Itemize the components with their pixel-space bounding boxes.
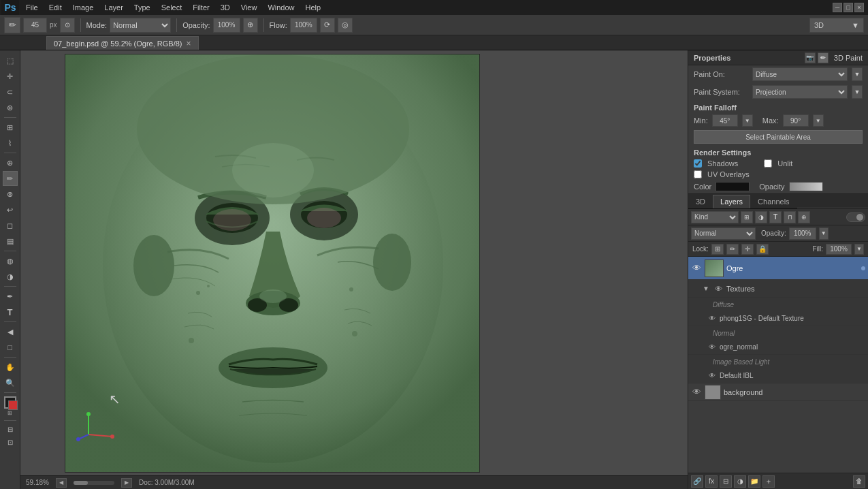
- add-link-btn[interactable]: 🔗: [691, 475, 703, 488]
- filter-smart-icon[interactable]: ⊕: [798, 211, 810, 223]
- add-fx-btn[interactable]: fx: [705, 475, 718, 488]
- mode-select[interactable]: Normal: [110, 18, 171, 33]
- layer-item-textures[interactable]: ▼ 👁 Textures: [688, 280, 868, 298]
- layers-filter-select[interactable]: Kind: [691, 211, 739, 223]
- menu-3d[interactable]: 3D: [215, 2, 236, 13]
- layers-mode-select[interactable]: Normal: [691, 227, 756, 240]
- select-paintable-btn[interactable]: Select Paintable Area: [694, 130, 863, 144]
- tab-channels[interactable]: Channels: [750, 195, 797, 208]
- quick-mask-btn[interactable]: ⊟: [3, 423, 18, 435]
- filter-shape-icon[interactable]: ⊓: [784, 211, 796, 223]
- paint-system-dropdown-icon[interactable]: ▼: [852, 85, 863, 99]
- eraser-tool-icon[interactable]: ◻: [3, 218, 18, 233]
- filter-toggle[interactable]: [846, 212, 865, 222]
- min-dropdown[interactable]: ▼: [742, 114, 753, 127]
- paint-on-select[interactable]: Diffuse: [752, 67, 848, 81]
- menu-file[interactable]: File: [20, 2, 44, 13]
- color-swatch[interactable]: [716, 182, 750, 191]
- layer-item-default-ibl[interactable]: 👁 Default IBL: [688, 368, 868, 383]
- minimize-button[interactable]: ─: [833, 3, 842, 12]
- layer-item-phong[interactable]: 👁 phong1SG - Default Texture: [688, 311, 868, 326]
- fill-dropdown[interactable]: ▼: [854, 244, 864, 255]
- delete-layer-btn[interactable]: 🗑: [853, 475, 865, 488]
- gradient-tool-icon[interactable]: ▤: [3, 234, 18, 249]
- zoom-bar-btn[interactable]: ◀: [56, 478, 67, 488]
- marquee-tool-icon[interactable]: ⬚: [3, 53, 18, 68]
- brush-size-input[interactable]: 45: [23, 18, 47, 33]
- brush-tool-active-icon[interactable]: ✏: [3, 171, 18, 186]
- pen-tool-icon[interactable]: ✒: [3, 289, 18, 304]
- opacity-layers-input[interactable]: 100%: [789, 227, 816, 240]
- properties-icon-camera[interactable]: 📷: [805, 52, 816, 63]
- unlit-checkbox[interactable]: [764, 159, 772, 168]
- zoom-tool-icon[interactable]: 🔍: [3, 375, 18, 390]
- brush-options-icon[interactable]: ⊙: [60, 18, 75, 33]
- foreground-color-swatch[interactable]: [4, 396, 16, 409]
- lock-all-btn[interactable]: 🔒: [756, 244, 769, 255]
- crop-tool-icon[interactable]: ⊞: [3, 120, 18, 135]
- layer-item-background[interactable]: 👁 background: [688, 383, 868, 401]
- menu-layer[interactable]: Layer: [99, 2, 129, 13]
- filter-text-icon[interactable]: T: [769, 211, 782, 223]
- filter-adj-icon[interactable]: ◑: [755, 211, 767, 223]
- paint-system-select[interactable]: Projection: [752, 85, 848, 99]
- tab-layers[interactable]: Layers: [713, 195, 750, 208]
- add-group-btn[interactable]: 📁: [748, 475, 760, 488]
- menu-image[interactable]: Image: [67, 2, 99, 13]
- text-tool-icon[interactable]: T: [3, 304, 18, 319]
- lock-transparent-btn[interactable]: ⊞: [711, 244, 724, 255]
- airbrush-btn[interactable]: ◎: [338, 18, 353, 33]
- default-colors-btn[interactable]: ⊞: [6, 410, 14, 418]
- spot-heal-tool-icon[interactable]: ⊕: [3, 155, 18, 170]
- filter-pixel-icon[interactable]: ⊞: [741, 211, 753, 223]
- opacity-swatch[interactable]: [789, 182, 823, 191]
- layer-item-ogre-normal[interactable]: 👁 ogre_normal: [688, 340, 868, 355]
- eyedropper-tool-icon[interactable]: ⌇: [3, 136, 18, 151]
- shadows-checkbox[interactable]: [694, 159, 702, 168]
- menu-window[interactable]: Window: [262, 2, 300, 13]
- layer-item-ogre[interactable]: 👁 Ogre: [688, 257, 868, 280]
- close-button[interactable]: ×: [854, 3, 864, 12]
- tab-3d[interactable]: 3D: [688, 195, 713, 208]
- 3d-view-select[interactable]: 3D ▼: [809, 18, 864, 33]
- ibl-vis-icon[interactable]: 👁: [707, 371, 717, 381]
- flow-options-btn[interactable]: ⟳: [320, 18, 335, 33]
- clone-stamp-tool-icon[interactable]: ⊗: [3, 187, 18, 202]
- opacity-dropdown-icon[interactable]: ▼: [819, 227, 829, 240]
- min-input[interactable]: 45°: [712, 114, 738, 127]
- menu-view[interactable]: View: [236, 2, 263, 13]
- add-adjustment-btn[interactable]: ◑: [734, 475, 746, 488]
- add-layer-btn[interactable]: +: [762, 475, 775, 488]
- menu-select[interactable]: Select: [156, 2, 188, 13]
- opacity-input[interactable]: 100%: [213, 18, 240, 33]
- history-brush-tool-icon[interactable]: ↩: [3, 202, 18, 217]
- uv-overlays-checkbox[interactable]: [694, 170, 702, 178]
- lock-image-btn[interactable]: ✏: [726, 244, 739, 255]
- menu-help[interactable]: Help: [300, 2, 327, 13]
- paint-on-dropdown-icon[interactable]: ▼: [852, 67, 863, 81]
- ogre-normal-vis-icon[interactable]: 👁: [707, 343, 717, 352]
- menu-type[interactable]: Type: [129, 2, 156, 13]
- hand-tool-icon[interactable]: ✋: [3, 360, 18, 375]
- add-mask-btn[interactable]: ⊟: [720, 475, 732, 488]
- max-input[interactable]: 90°: [783, 114, 809, 127]
- textures-vis-icon[interactable]: 👁: [713, 283, 724, 294]
- lasso-tool-icon[interactable]: ⊂: [3, 84, 18, 99]
- quick-select-tool-icon[interactable]: ⊛: [3, 100, 18, 115]
- zoom-bar-right-btn[interactable]: ▶: [121, 478, 132, 488]
- fill-input[interactable]: 100%: [826, 244, 852, 255]
- menu-edit[interactable]: Edit: [44, 2, 67, 13]
- menu-filter[interactable]: Filter: [187, 2, 214, 13]
- flow-input[interactable]: 100%: [290, 18, 317, 33]
- textures-expand-icon[interactable]: ▼: [702, 285, 710, 293]
- document-tab[interactable]: 07_begin.psd @ 59.2% (Ogre, RGB/8) ×: [46, 36, 199, 50]
- path-select-tool-icon[interactable]: ◀: [3, 324, 18, 339]
- maximize-button[interactable]: □: [843, 3, 853, 12]
- properties-icon-brush[interactable]: ✏: [818, 52, 829, 63]
- background-vis-icon[interactable]: 👁: [691, 387, 702, 398]
- max-dropdown[interactable]: ▼: [813, 114, 824, 127]
- phong-vis-icon[interactable]: 👁: [707, 314, 717, 324]
- opacity-always-on-btn[interactable]: ⊕: [243, 18, 258, 33]
- shape-tool-icon[interactable]: □: [3, 340, 18, 355]
- dodge-tool-icon[interactable]: ◑: [3, 269, 18, 284]
